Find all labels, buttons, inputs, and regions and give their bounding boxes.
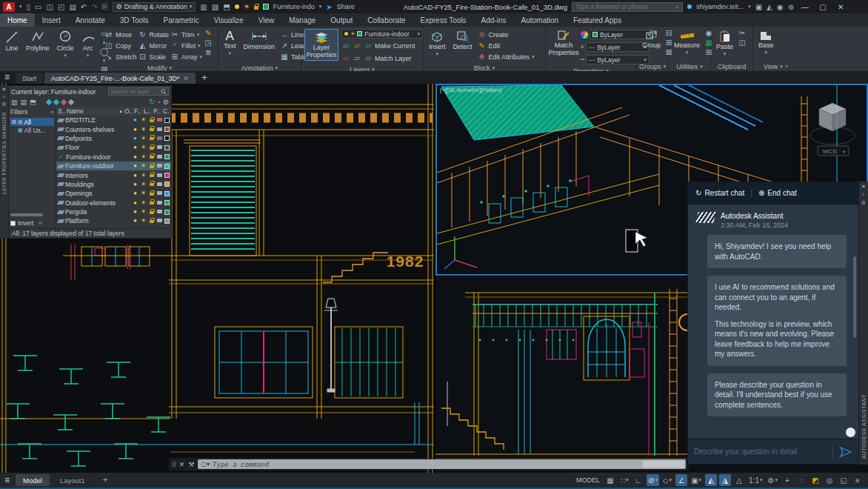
paste-button[interactable]: Paste ▾ xyxy=(714,29,735,58)
pin-icon[interactable]: ⊦ xyxy=(862,192,865,198)
layer-on-icon[interactable]: ● xyxy=(132,190,138,196)
invert-checkbox[interactable] xyxy=(10,221,16,226)
lock-icon[interactable] xyxy=(254,6,258,10)
layer-freeze-icon[interactable]: ☀ xyxy=(140,218,147,224)
autodesk-access-icon[interactable]: ◭ xyxy=(767,3,772,11)
tab-view[interactable]: View xyxy=(251,13,282,27)
layer-plot-icon[interactable] xyxy=(157,127,162,131)
collapse-icon[interactable]: « xyxy=(50,108,54,116)
chevron-down-icon[interactable]: ▾ xyxy=(436,51,439,56)
graphics-performance[interactable]: ◩ xyxy=(809,474,821,486)
command-input-field[interactable]: ▢▾ xyxy=(198,459,686,469)
layer-state-icon[interactable]: ▱ xyxy=(364,41,373,50)
layer-combo[interactable]: ☀ Furniture-indoor ▾ xyxy=(341,29,423,39)
layer-on-icon[interactable]: ● xyxy=(132,173,138,179)
batch-plot-icon[interactable]: ⎘ xyxy=(102,2,108,11)
annotation-scale-icon[interactable]: △ xyxy=(733,474,745,486)
tab-collaborate[interactable]: Collaborate xyxy=(360,13,413,27)
close-button[interactable]: ✕ xyxy=(834,3,847,11)
statusbar-menu[interactable]: ≡ xyxy=(852,474,864,486)
layer-color-swatch[interactable] xyxy=(164,136,170,141)
new-tab-icon[interactable]: + xyxy=(201,72,207,83)
model-tab[interactable]: Model xyxy=(16,474,50,486)
layer-color-swatch[interactable] xyxy=(164,191,170,196)
isolate-objects[interactable]: ◎ xyxy=(824,474,835,486)
mirror-button[interactable]: ◭Mirror xyxy=(138,40,170,51)
restart-chat-button[interactable]: ↻ Restart chat xyxy=(695,189,744,197)
quick-layer-combo[interactable]: Furniture-indo xyxy=(273,3,315,10)
help-search-input[interactable] xyxy=(575,3,675,10)
make-current-button[interactable]: ▱ ▱ ▱ Make Current xyxy=(341,40,423,51)
panel-caret-icon[interactable]: ▾ xyxy=(170,65,173,71)
col-on[interactable]: O.. xyxy=(124,107,133,115)
layer-freeze-icon[interactable]: ☀ xyxy=(140,127,147,133)
polar-toggle[interactable]: ⊘▾ xyxy=(647,474,659,486)
layer-row[interactable]: Pergola ● ☀ xyxy=(56,207,171,216)
erase-icon[interactable]: ✎ xyxy=(204,29,213,37)
offset-icon[interactable]: ≣ xyxy=(204,48,213,56)
layer-freeze-icon[interactable]: ☀ xyxy=(140,209,147,215)
layer-state-icon[interactable]: ▱ xyxy=(364,54,373,62)
new-file-icon[interactable]: ▯ xyxy=(27,3,31,11)
user-name[interactable]: shiyamdev.srit... xyxy=(696,3,744,10)
layer-plot-icon[interactable] xyxy=(157,191,162,195)
layer-row[interactable]: Interiors ● ☀ xyxy=(56,170,171,179)
layer-on-icon[interactable]: ● xyxy=(132,136,138,142)
edit-attributes-button[interactable]: ❖Edit Attributes▾ xyxy=(478,51,535,62)
expand-icon[interactable]: ⊟ xyxy=(12,119,16,125)
col-plot[interactable]: P.. xyxy=(153,107,161,115)
chevron-down-icon[interactable]: ▾ xyxy=(87,53,90,58)
insert-button[interactable]: Insert ▾ xyxy=(427,29,448,58)
chevron-down-icon[interactable]: ▾ xyxy=(319,4,322,10)
detect-button[interactable]: Detect xyxy=(451,29,475,51)
layer-color-swatch[interactable] xyxy=(164,210,170,215)
layer-lock-icon[interactable] xyxy=(150,137,154,140)
layer-plot-icon[interactable] xyxy=(157,173,162,177)
panel-caret-icon[interactable]: ▾ xyxy=(780,64,783,70)
save-as-icon[interactable]: ◰ xyxy=(58,3,64,11)
layer-color-swatch[interactable] xyxy=(164,145,170,150)
osnap-toggle[interactable]: ▣▾ xyxy=(690,474,703,486)
viewport-scale[interactable]: 1:1▾ xyxy=(747,474,764,486)
layer-color-swatch[interactable] xyxy=(164,182,170,187)
rotate-button[interactable]: ↻Rotate xyxy=(138,29,170,40)
tab-featured-apps[interactable]: Featured Apps xyxy=(566,13,629,27)
send-icon[interactable] xyxy=(839,446,852,458)
close-tab-icon[interactable]: ✕ xyxy=(184,75,190,82)
layer-plot-icon[interactable] xyxy=(157,155,162,159)
clean-screen[interactable]: ◱ xyxy=(838,474,849,486)
layer-row[interactable]: Counters-shelves ● ☀ xyxy=(56,124,171,133)
tab-drawing[interactable]: AutoCAD-FY25_Fire-...-Book-Cafe_01_3D* ✕ xyxy=(44,73,196,84)
layer-states-icon[interactable]: ⬒ xyxy=(30,99,36,106)
chevron-down-icon[interactable]: ▾ xyxy=(724,51,727,56)
utilities-panel-label[interactable]: Utilities xyxy=(676,63,698,70)
explode-icon[interactable]: ◳ xyxy=(204,39,213,47)
create-block-button[interactable]: ⊕Create xyxy=(478,29,535,40)
layer-on-icon[interactable]: ● xyxy=(132,127,138,133)
groups-panel-label[interactable]: Groups xyxy=(639,63,661,70)
layer-plot-icon[interactable] xyxy=(157,164,162,167)
end-chat-button[interactable]: ⊗ End chat xyxy=(758,189,797,197)
close-icon[interactable]: ✕ xyxy=(861,184,866,190)
tab-output[interactable]: Output xyxy=(323,13,360,27)
layer-lock-icon[interactable] xyxy=(150,174,154,177)
drag-grip-icon[interactable]: ⣿ xyxy=(172,461,176,468)
layer-on-icon[interactable]: ● xyxy=(132,163,138,169)
layer-plot-icon[interactable] xyxy=(157,201,162,204)
dimension-button[interactable]: Dimension xyxy=(241,29,278,51)
panel-expand-icon[interactable]: » xyxy=(785,64,788,69)
polyline-button[interactable]: Polyline xyxy=(24,29,52,53)
layer-color-swatch[interactable] xyxy=(164,219,170,224)
layer-on-icon[interactable]: ● xyxy=(132,144,138,150)
layer-lock-icon[interactable] xyxy=(150,165,154,168)
tab-manage[interactable]: Manage xyxy=(281,13,323,27)
command-history-icon[interactable]: ▢▾ xyxy=(201,461,210,468)
drawing-recovery-icon[interactable]: ▥ xyxy=(200,3,207,11)
collapse-icon[interactable]: « xyxy=(39,219,42,227)
layer-row-selected[interactable]: Furniture-outdoor ● ☀ xyxy=(56,162,171,170)
palette-title-bar[interactable]: ✕ ⊦ ⚙ LAYER PROPERTIES MANAGER xyxy=(0,85,8,239)
new-property-filter-icon[interactable]: ▥ xyxy=(11,99,18,106)
new-layout-icon[interactable]: + xyxy=(96,474,116,486)
chevron-down-icon[interactable]: ▾ xyxy=(64,53,67,58)
edit-block-button[interactable]: ✎Edit xyxy=(478,40,535,51)
